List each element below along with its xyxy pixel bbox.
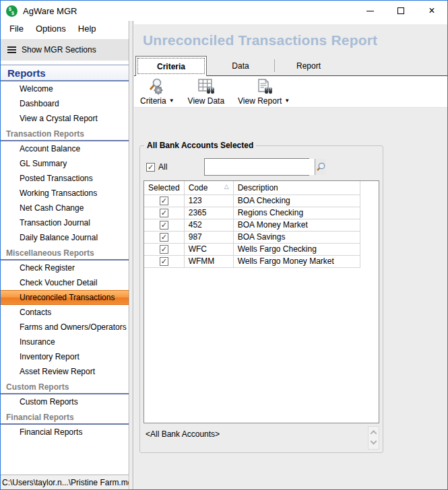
hamburger-icon <box>7 46 16 53</box>
show-mgr-sections-button[interactable]: Show MGR Sections <box>1 39 129 61</box>
menu-file[interactable]: File <box>3 22 30 36</box>
criteria-button[interactable]: Criteria▼ <box>138 78 177 106</box>
sidebar-item-check-register[interactable]: Check Register <box>1 260 129 275</box>
row-code-cell: 987 <box>184 231 233 243</box>
sidebar-item-daily-balance-journal[interactable]: Daily Balance Journal <box>1 230 129 245</box>
spin-down-button[interactable] <box>369 438 379 450</box>
report-title-band: Unreconciled Transactions Report <box>134 24 447 56</box>
menu-options[interactable]: Options <box>30 22 72 36</box>
groupbox-legend: All Bank Accounts Selected <box>144 141 256 150</box>
menu-help[interactable]: Help <box>72 22 102 36</box>
dropdown-caret-icon: ▼ <box>169 98 174 104</box>
sidebar-reports-header: Reports <box>1 65 129 81</box>
accounts-listbox: Selected Code △ Description ✓123BOA Chec… <box>143 180 379 423</box>
main-panel: Unreconciled Transactions Report Criteri… <box>134 21 447 489</box>
sort-ascending-icon: △ <box>224 183 229 190</box>
table-row[interactable]: ✓452BOA Money Market <box>144 219 360 231</box>
sidebar-nav: WelcomeDashboardView a Crystal ReportTra… <box>1 81 129 440</box>
row-description-cell: BOA Checking <box>233 195 360 207</box>
row-checkbox[interactable]: ✓ <box>160 245 168 254</box>
row-description-cell: Wells Fargo Checking <box>233 243 360 255</box>
agware-logo-icon: $$ <box>6 5 18 17</box>
sidebar-item-financial-reports[interactable]: Financial Reports <box>1 425 129 440</box>
sidebar-item-working-transactions[interactable]: Working Transactions <box>1 186 129 201</box>
row-code-cell: 123 <box>184 195 233 207</box>
row-checkbox[interactable]: ✓ <box>160 233 168 242</box>
row-code-cell: WFC <box>184 243 233 255</box>
tool-label: View Data <box>188 96 224 106</box>
search-input[interactable] <box>205 159 315 175</box>
row-checkbox[interactable]: ✓ <box>160 221 168 230</box>
window-title: AgWare MGR <box>23 6 77 16</box>
grid-binoculars-icon <box>196 78 216 96</box>
sidebar-item-account-balance[interactable]: Account Balance <box>1 141 129 156</box>
column-header-code[interactable]: Code △ <box>184 181 233 195</box>
database-path: C:\Users\taylor.n...\Pristine Farm.mdb <box>2 478 129 487</box>
row-checkbox[interactable]: ✓ <box>160 209 168 217</box>
view-report-button[interactable]: View Report▼ <box>236 78 292 106</box>
table-row[interactable]: ✓987BOA Savings <box>144 231 360 243</box>
sidebar-section-financial-reports: Financial Reports <box>1 411 129 425</box>
table-row[interactable]: ✓WFCWells Fargo Checking <box>144 243 360 255</box>
maximize-icon <box>397 7 404 14</box>
sidebar-item-insurance[interactable]: Insurance <box>1 335 129 349</box>
tab-criteria[interactable]: Criteria <box>135 56 207 76</box>
sidebar-item-inventory-report[interactable]: Inventory Report <box>1 349 129 364</box>
tab-data[interactable]: Data <box>207 56 274 75</box>
sidebar-item-check-voucher-detail[interactable]: Check Voucher Detail <box>1 275 129 290</box>
sidebar-item-posted-transactions[interactable]: Posted Transactions <box>1 171 129 186</box>
maximize-button[interactable] <box>385 1 416 21</box>
filter-row: ✓ All <box>146 158 377 176</box>
sidebar-splitter[interactable] <box>130 21 133 489</box>
view-data-button[interactable]: View Data <box>186 78 226 106</box>
tab-strip: CriteriaDataReport <box>134 56 447 76</box>
sidebar-item-welcome[interactable]: Welcome <box>1 81 129 96</box>
sidebar-item-farms-and-owners-operators[interactable]: Farms and Owners/Operators <box>1 320 129 335</box>
bank-accounts-groupbox: All Bank Accounts Selected ✓ All <box>139 145 383 453</box>
titlebar: $$ AgWare MGR × <box>1 1 447 21</box>
sidebar-item-view-a-crystal-report[interactable]: View a Crystal Report <box>1 111 129 126</box>
row-description-cell: BOA Savings <box>233 231 360 243</box>
close-button[interactable]: × <box>416 1 447 21</box>
document-binoculars-icon <box>254 78 274 96</box>
all-checkbox[interactable]: ✓ <box>146 163 155 172</box>
sidebar-item-net-cash-change[interactable]: Net Cash Change <box>1 201 129 215</box>
magnifier-gear-icon <box>147 78 167 96</box>
search-icon <box>315 162 326 172</box>
minimize-button[interactable] <box>354 1 385 21</box>
sidebar-section-miscellaneous-reports: Miscellaneous Reports <box>1 247 129 260</box>
menu-bar: FileOptionsHelp <box>1 21 129 36</box>
sidebar-item-contacts[interactable]: Contacts <box>1 305 129 320</box>
show-mgr-sections-label: Show MGR Sections <box>22 45 96 55</box>
row-checkbox[interactable]: ✓ <box>160 197 168 205</box>
row-description-cell: BOA Money Market <box>233 219 360 231</box>
sidebar-item-transaction-journal[interactable]: Transaction Journal <box>1 215 129 230</box>
row-description-cell: Wells Fargo Money Market <box>233 255 360 267</box>
tab-report[interactable]: Report <box>275 56 342 75</box>
dropdown-caret-icon: ▼ <box>284 98 290 104</box>
spin-up-button[interactable] <box>369 427 379 438</box>
chevron-down-icon <box>371 438 377 445</box>
column-header-selected[interactable]: Selected <box>144 181 184 195</box>
row-selected-cell: ✓ <box>144 255 184 267</box>
sidebar-item-custom-reports[interactable]: Custom Reports <box>1 394 129 409</box>
sidebar-item-gl-summary[interactable]: GL Summary <box>1 156 129 171</box>
row-description-cell: Regions Checking <box>233 207 360 219</box>
status-bar: C:\Users\taylor.n...\Pristine Farm.mdb <box>1 475 129 489</box>
table-row[interactable]: ✓123BOA Checking <box>144 195 360 207</box>
sidebar-item-unreconciled-transactions[interactable]: Unreconciled Transactions <box>1 290 129 305</box>
table-row[interactable]: ✓WFMMWells Fargo Money Market <box>144 255 360 267</box>
all-bank-accounts-label: <All Bank Accounts> <box>146 429 220 439</box>
column-header-description[interactable]: Description <box>233 181 360 195</box>
table-row[interactable]: ✓2365Regions Checking <box>144 207 360 219</box>
row-checkbox[interactable]: ✓ <box>160 257 168 266</box>
close-icon: × <box>428 5 435 16</box>
minimize-icon <box>366 11 374 11</box>
search-field-wrap <box>204 158 309 176</box>
criteria-content: All Bank Accounts Selected ✓ All <box>134 108 447 489</box>
sidebar-item-asset-review-report[interactable]: Asset Review Report <box>1 364 129 379</box>
search-button[interactable] <box>315 159 326 175</box>
sidebar-item-dashboard[interactable]: Dashboard <box>1 96 129 111</box>
sidebar-section-custom-reports: Custom Reports <box>1 381 129 394</box>
row-code-cell: 2365 <box>184 207 233 219</box>
